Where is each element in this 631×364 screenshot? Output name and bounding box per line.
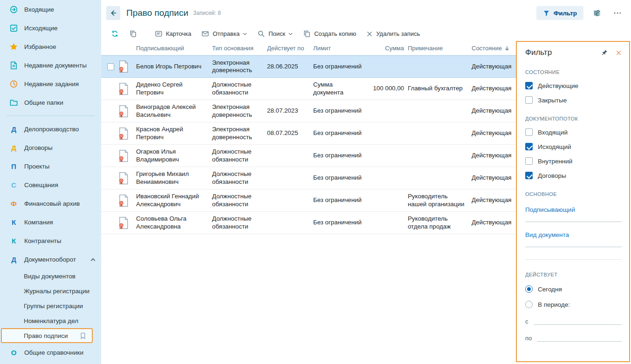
search-button[interactable]: Поиск	[253, 27, 297, 40]
radio[interactable]	[525, 285, 533, 293]
pin-icon[interactable]	[600, 49, 608, 57]
table-row[interactable]: Белов Игорь Петрович Электронная доверен…	[101, 55, 516, 78]
close-icon[interactable]	[616, 50, 622, 56]
filter-section-valid-label: ДЕЙСТВУЕТ	[525, 272, 622, 277]
column-sum[interactable]: Сумма	[368, 45, 408, 52]
sidebar-submenu-item[interactable]: Виды документов	[0, 269, 101, 283]
sidebar-item[interactable]: Недавние задания	[0, 74, 101, 93]
filter-checkbox-row[interactable]: Закрытые	[525, 96, 622, 104]
cell-basis: Электронная доверенность	[212, 59, 267, 74]
copy-button[interactable]	[125, 27, 141, 40]
sidebar-footer-group: О Общие справочники	[0, 343, 101, 362]
checkbox[interactable]	[525, 82, 533, 89]
table-row[interactable]: Огарков Илья Владимирович Должностные об…	[101, 145, 516, 167]
document-seal-icon	[118, 216, 129, 229]
row-checkbox[interactable]	[107, 63, 114, 70]
sidebar-module-item[interactable]: П Проекты	[0, 157, 101, 175]
sidebar-module-item[interactable]: О Общие справочники	[0, 343, 101, 362]
date-to-input[interactable]	[537, 335, 622, 342]
page-header: Право подписи Записей: 8 Фильтр	[101, 0, 631, 26]
sidebar-module-item[interactable]: Д Делопроизводство	[0, 120, 101, 138]
filter-valid-options: Сегодня В периоде:	[525, 285, 622, 308]
sidebar-submenu-item[interactable]: Журналы регистрации	[0, 283, 101, 298]
view-settings-button[interactable]	[590, 6, 604, 20]
module-letter-icon: Д	[9, 125, 18, 133]
sidebar-module-item[interactable]: Д Договоры	[0, 138, 101, 157]
checkbox-label: Исходящий	[538, 143, 571, 150]
delete-record-button[interactable]: Удалить запись	[362, 27, 424, 40]
sidebar-item[interactable]: Исходящие	[0, 19, 101, 37]
filter-checkbox-row[interactable]: Входящий	[525, 128, 622, 136]
list-content: Карточка Отправка Поиск Создать копию	[101, 26, 516, 234]
sidebar-item[interactable]: Входящие	[0, 0, 101, 19]
table-row[interactable]: Виноградов Алексей Васильевич Электронна…	[101, 100, 516, 122]
table-row[interactable]: Григорьев Михаил Вениаминович Должностны…	[101, 167, 516, 189]
checkbox[interactable]	[525, 172, 533, 179]
send-button[interactable]: Отправка	[197, 27, 251, 40]
filter-checkbox-row[interactable]: Договоры	[525, 172, 622, 179]
lookup-link[interactable]: Вид документа	[525, 231, 569, 238]
cell-limit: Без ограничений	[313, 174, 368, 182]
sidebar-module-item[interactable]: Ф Финансовый архив	[0, 194, 101, 213]
sidebar-divider	[7, 115, 95, 116]
filter-checkbox-row[interactable]: Исходящий	[525, 143, 622, 150]
filter-panel: Фильтр СОСТОЯНИЕ Действующие Закрытые	[516, 41, 630, 362]
back-button[interactable]	[106, 6, 120, 20]
column-status[interactable]: Состояние	[472, 45, 516, 52]
filter-radio-row[interactable]: Сегодня	[525, 285, 622, 293]
card-button[interactable]: Карточка	[151, 27, 195, 40]
sidebar-module-item[interactable]: Д Документооборот	[0, 250, 101, 269]
sort-descending-icon	[504, 46, 510, 51]
checkbox[interactable]	[525, 143, 533, 150]
chevron-up-icon[interactable]	[91, 258, 96, 263]
cell-basis: Электронная доверенность	[212, 126, 267, 141]
radio[interactable]	[525, 301, 533, 308]
column-note[interactable]: Примечание	[408, 45, 472, 52]
row-lead-cell	[101, 194, 136, 207]
cell-limit: Без ограничений	[313, 196, 368, 204]
filter-checkbox-row[interactable]: Действующие	[525, 82, 622, 89]
sidebar-submenu-item[interactable]: Право подписи	[1, 328, 93, 343]
column-limit[interactable]: Лимит	[313, 45, 368, 52]
sidebar-item[interactable]: Недавние документы	[0, 56, 101, 74]
checkbox[interactable]	[525, 96, 533, 104]
cell-signer: Ивановский Геннадий Александрович	[136, 193, 212, 208]
create-copy-button[interactable]: Создать копию	[299, 27, 360, 40]
sidebar-item[interactable]: Избранное	[0, 37, 101, 56]
filter-checkbox-row[interactable]: Внутренний	[525, 157, 622, 165]
date-to-label: по	[525, 335, 532, 342]
card-button-label: Карточка	[166, 30, 191, 37]
filter-panel-header: Фильтр	[525, 48, 622, 57]
sidebar-item-icon	[9, 24, 18, 33]
table-row[interactable]: Соловьева Ольга Александровна Должностны…	[101, 212, 516, 234]
lookup-input[interactable]	[525, 217, 622, 222]
table-row[interactable]: Ивановский Геннадий Александрович Должно…	[101, 189, 516, 212]
sidebar: Входящие Исходящие Избранное Недавние до…	[0, 0, 101, 364]
filter-lookup-field: Подписывающий	[525, 206, 622, 222]
lookup-link[interactable]: Подписывающий	[525, 206, 575, 213]
column-basis[interactable]: Тип основания	[212, 45, 267, 52]
table-body: Белов Игорь Петрович Электронная доверен…	[101, 55, 516, 234]
cell-status: Действующая	[472, 174, 516, 182]
checkbox[interactable]	[525, 128, 533, 136]
date-from-input[interactable]	[534, 318, 622, 325]
cell-status: Действующая	[472, 196, 516, 204]
filter-button[interactable]: Фильтр	[536, 6, 583, 20]
refresh-button[interactable]	[107, 27, 123, 40]
table-row[interactable]: Диденко Сергей Петрович Должностные обяз…	[101, 78, 516, 100]
table-row[interactable]: Краснов Андрей Петрович Электронная дове…	[101, 122, 516, 145]
sidebar-module-item[interactable]: К Компания	[0, 213, 101, 231]
sidebar-module-item[interactable]: С Совещания	[0, 175, 101, 194]
column-signer[interactable]: Подписывающий	[136, 45, 212, 52]
sidebar-submenu-item[interactable]: Группы регистрации	[0, 298, 101, 313]
checkbox[interactable]	[525, 157, 533, 165]
filter-radio-row[interactable]: В периоде:	[525, 301, 622, 308]
filter-section-state-label: СОСТОЯНИЕ	[525, 69, 622, 75]
more-actions-button[interactable]	[610, 6, 624, 20]
sidebar-module-item[interactable]: К Контрагенты	[0, 231, 101, 250]
sidebar-item[interactable]: Общие папки	[0, 93, 101, 112]
sidebar-submenu-item[interactable]: Номенклатура дел	[0, 313, 101, 328]
lookup-input[interactable]	[525, 243, 622, 247]
sidebar-module-label: Документооборот	[24, 256, 76, 263]
column-valid-until[interactable]: Действует по	[267, 45, 313, 52]
